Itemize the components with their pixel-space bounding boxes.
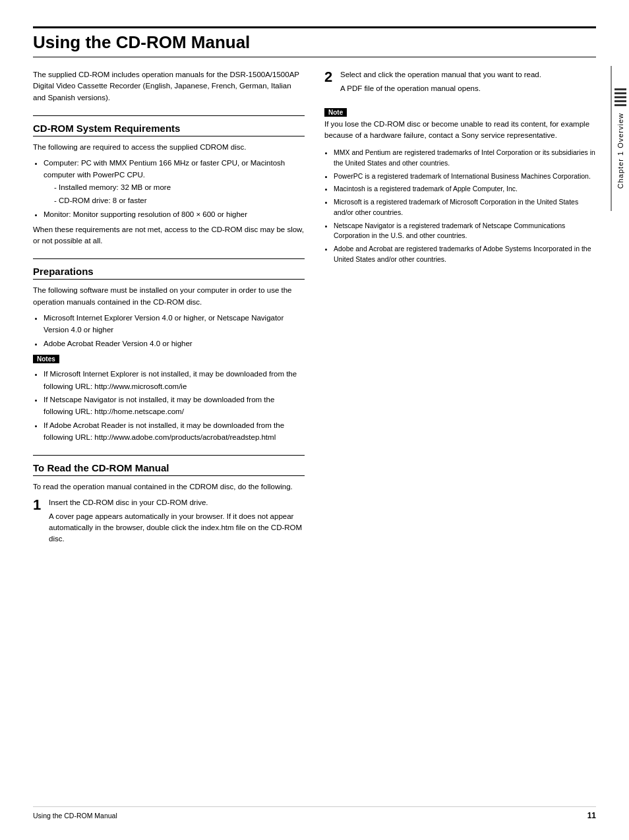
system-requirements-footer: When these requirements are not met, acc…	[33, 224, 305, 247]
footer-page-number: 11	[587, 811, 596, 820]
chapter-sidebar: Chapter 1 Overview	[611, 66, 629, 211]
section-title-preparations: Preparations	[33, 266, 305, 280]
step-1-number: 1	[33, 497, 41, 513]
sidebar-line	[614, 100, 626, 102]
sidebar-line	[614, 96, 626, 98]
sidebar-chapter-text: Chapter 1 Overview	[616, 113, 624, 189]
step-2-content: Select and click the operation manual th…	[340, 69, 596, 95]
trademark-item: Adobe and Acrobat are registered tradema…	[334, 244, 596, 265]
section-title-to-read: To Read the CD-ROM Manual	[33, 462, 305, 476]
page-footer: Using the CD-ROM Manual 11	[33, 806, 596, 820]
step-1: 1 Insert the CD-ROM disc in your CD-ROM …	[33, 497, 305, 549]
to-read-intro: To read the operation manual contained i…	[33, 481, 305, 493]
two-column-layout: The supplied CD-ROM includes operation m…	[33, 69, 596, 561]
step-2-text: Select and click the operation manual th…	[340, 69, 596, 80]
intro-text: The supplied CD-ROM includes operation m…	[33, 69, 305, 104]
trademark-item: MMX and Pentium are registered trademark…	[334, 148, 596, 169]
sub-list-item: CD-ROM drive: 8 or faster	[54, 195, 305, 206]
sub-list: Installed memory: 32 MB or more CD-ROM d…	[54, 181, 305, 207]
page-title: Using the CD-ROM Manual	[33, 26, 596, 57]
trademark-item: Macintosh is a registered trademark of A…	[334, 184, 596, 195]
step-1-text: Insert the CD-ROM disc in your CD-ROM dr…	[49, 497, 305, 508]
trademark-item: PowerPC is a registered trademark of Int…	[334, 171, 596, 182]
note-text: If you lose the CD-ROM disc or become un…	[324, 119, 596, 142]
step-2: 2 Select and click the operation manual …	[324, 69, 596, 99]
note-item: If Adobe Acrobat Reader is not installed…	[44, 419, 305, 444]
note-item: If Microsoft Internet Explorer is not in…	[44, 368, 305, 392]
section-preparations: Preparations The following software must…	[33, 266, 305, 443]
list-item: Microsoft Internet Explorer Version 4.0 …	[44, 312, 305, 336]
notes-list: If Microsoft Internet Explorer is not in…	[44, 368, 305, 443]
trademark-list: MMX and Pentium are registered trademark…	[324, 148, 596, 265]
sidebar-line	[614, 88, 626, 90]
footer-title: Using the CD-ROM Manual	[33, 812, 117, 820]
preparations-list: Microsoft Internet Explorer Version 4.0 …	[44, 312, 305, 349]
list-item: Computer: PC with MMX Pentium 166 MHz or…	[44, 157, 305, 207]
note-item: If Netscape Navigator is not installed, …	[44, 394, 305, 418]
note-box: Note If you lose the CD-ROM disc or beco…	[324, 108, 596, 142]
list-item: Adobe Acrobat Reader Version 4.0 or high…	[44, 338, 305, 349]
notes-box: Notes If Microsoft Internet Explorer is …	[33, 355, 305, 443]
trademark-item: Microsoft is a registered trademark of M…	[334, 197, 596, 218]
step-2-number: 2	[324, 69, 332, 85]
divider-1	[33, 115, 305, 116]
trademark-item: Netscape Navigator is a registered trade…	[334, 221, 596, 242]
system-requirements-intro: The following are required to access the…	[33, 142, 305, 153]
page-container: Using the CD-ROM Manual The supplied CD-…	[0, 0, 629, 840]
divider-2	[33, 258, 305, 259]
step-1-content: Insert the CD-ROM disc in your CD-ROM dr…	[49, 497, 305, 545]
sidebar-line	[614, 92, 626, 94]
preparations-intro: The following software must be installed…	[33, 285, 305, 308]
list-item: Monitor: Monitor supporting resolution o…	[44, 208, 305, 220]
sidebar-decoration	[614, 88, 626, 106]
sidebar-line	[614, 104, 626, 106]
divider-3	[33, 455, 305, 456]
notes-label: Notes	[33, 355, 59, 363]
note-label: Note	[324, 108, 347, 117]
section-to-read: To Read the CD-ROM Manual To read the op…	[33, 462, 305, 549]
right-column: 2 Select and click the operation manual …	[324, 69, 596, 561]
step-1-sub: A cover page appears automatically in yo…	[49, 511, 305, 545]
sub-list-item: Installed memory: 32 MB or more	[54, 181, 305, 193]
section-title-system-requirements: CD-ROM System Requirements	[33, 123, 305, 136]
step-2-sub: A PDF file of the operation manual opens…	[340, 83, 596, 94]
section-system-requirements: CD-ROM System Requirements The following…	[33, 123, 305, 247]
system-requirements-list: Computer: PC with MMX Pentium 166 MHz or…	[44, 157, 305, 220]
left-column: The supplied CD-ROM includes operation m…	[33, 69, 305, 561]
